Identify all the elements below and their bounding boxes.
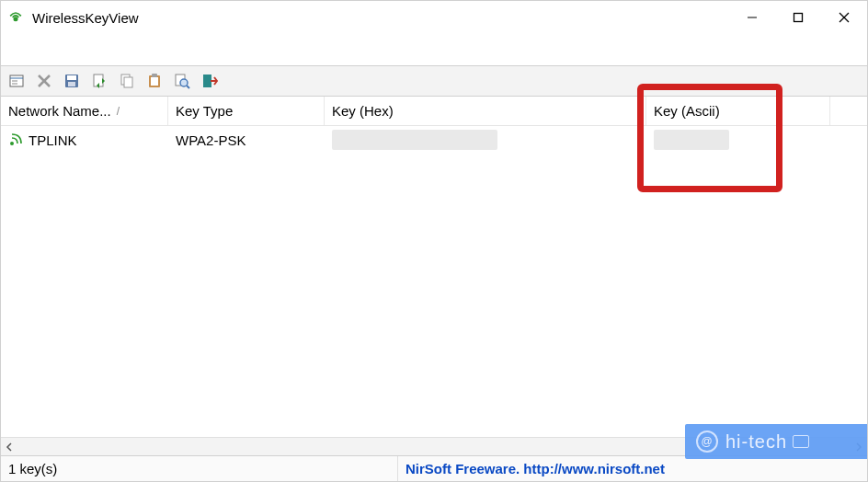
column-header-label: Key Type <box>176 103 233 119</box>
maximize-icon <box>793 12 804 23</box>
find-icon <box>174 73 190 89</box>
svg-rect-18 <box>151 77 158 86</box>
close-icon <box>839 12 850 23</box>
copy-button[interactable] <box>115 69 139 93</box>
delete-icon <box>36 73 52 89</box>
watermark-logo-icon: @ <box>696 430 718 453</box>
network-name-text: TPLINK <box>29 132 77 148</box>
chevron-left-icon <box>5 442 14 452</box>
list-body: TPLINK WPA2-PSK <box>1 126 867 437</box>
column-header-network-name[interactable]: Network Name... / <box>1 97 168 125</box>
column-header-label: Key (Ascii) <box>654 103 720 119</box>
column-header-row: Network Name... / Key Type Key (Hex) Key… <box>1 97 867 126</box>
svg-point-24 <box>10 142 14 145</box>
app-icon <box>6 8 25 27</box>
scroll-left-button[interactable] <box>1 439 17 455</box>
svg-rect-12 <box>67 75 76 80</box>
svg-rect-2 <box>794 14 803 22</box>
window-title: WirelessKeyView <box>32 10 139 26</box>
minimize-button[interactable] <box>729 3 775 32</box>
column-header-key-type[interactable]: Key Type <box>168 97 325 125</box>
redacted-hex <box>332 130 497 150</box>
status-credit: NirSoft Freeware. http://www.nirsoft.net <box>398 461 867 476</box>
close-button[interactable] <box>821 3 867 32</box>
cell-key-hex <box>325 126 646 154</box>
column-header-key-hex[interactable]: Key (Hex) <box>325 97 646 125</box>
sort-indicator: / <box>117 105 120 118</box>
properties-icon <box>8 73 25 89</box>
watermark: @ hi-tech <box>685 424 867 459</box>
watermark-label: hi-tech <box>725 431 787 453</box>
column-header-label: Network Name... <box>8 103 111 119</box>
redacted-ascii <box>654 130 729 150</box>
svg-rect-23 <box>203 75 211 87</box>
refresh-button[interactable] <box>87 69 111 93</box>
status-count: 1 key(s) <box>1 456 398 481</box>
properties-button[interactable] <box>5 69 29 93</box>
cell-key-type: WPA2-PSK <box>168 126 325 154</box>
find-button[interactable] <box>170 69 194 93</box>
save-button[interactable] <box>60 69 84 93</box>
status-bar: 1 key(s) NirSoft Freeware. http://www.ni… <box>1 455 867 481</box>
refresh-icon <box>91 73 108 89</box>
maximize-button[interactable] <box>775 3 821 32</box>
cell-key-ascii <box>646 126 830 154</box>
minimize-icon <box>747 12 758 23</box>
table-row[interactable]: TPLINK WPA2-PSK <box>1 126 867 154</box>
clipboard-icon <box>146 73 163 89</box>
svg-rect-16 <box>124 77 132 87</box>
column-header-key-ascii[interactable]: Key (Ascii) <box>646 97 830 125</box>
delete-button[interactable] <box>32 69 56 93</box>
cell-network-name: TPLINK <box>1 126 168 154</box>
wifi-icon <box>8 132 23 147</box>
paste-button[interactable] <box>143 69 166 93</box>
exit-icon <box>201 73 218 89</box>
svg-point-0 <box>14 17 18 21</box>
svg-point-21 <box>180 79 188 86</box>
menu-bar-area <box>1 34 867 65</box>
exit-button[interactable] <box>198 69 222 93</box>
key-type-text: WPA2-PSK <box>176 132 246 148</box>
save-icon <box>63 73 80 89</box>
svg-rect-19 <box>152 74 157 77</box>
column-header-label: Key (Hex) <box>332 103 394 119</box>
svg-line-22 <box>187 86 189 88</box>
mail-icon <box>793 435 809 448</box>
app-window: WirelessKeyView <box>0 0 868 482</box>
toolbar <box>1 65 867 97</box>
svg-rect-13 <box>68 82 75 86</box>
copy-icon <box>119 73 135 89</box>
title-bar: WirelessKeyView <box>1 1 867 34</box>
